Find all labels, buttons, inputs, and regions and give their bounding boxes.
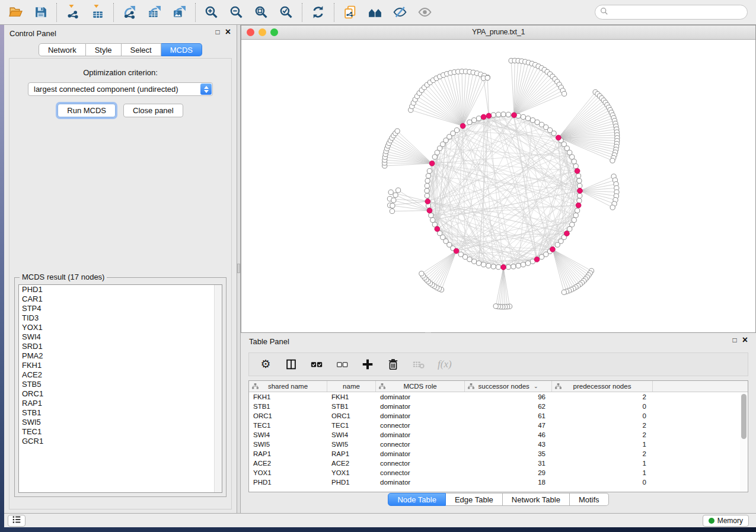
mcds-result-item[interactable]: TID3 xyxy=(19,313,222,323)
columns-button[interactable] xyxy=(285,357,298,372)
table-cell: 1 xyxy=(552,440,653,449)
tab-edge-table[interactable]: Edge Table xyxy=(446,493,503,506)
tab-network[interactable]: Network xyxy=(39,43,86,56)
hierarchy-icon xyxy=(468,383,474,390)
mcds-result-item[interactable]: STB5 xyxy=(19,380,222,389)
main-toolbar xyxy=(0,0,756,25)
column-header-mcds-role[interactable]: MCDS role xyxy=(376,381,465,392)
zoom-in-button[interactable] xyxy=(203,4,219,20)
export-image-button[interactable] xyxy=(171,4,187,20)
table-row[interactable]: SWI4SWI4dominator462 xyxy=(249,430,748,440)
mcds-result-item[interactable]: ACE2 xyxy=(19,370,222,380)
search-input[interactable] xyxy=(611,7,747,18)
export-network-icon xyxy=(122,5,137,20)
task-history-button[interactable] xyxy=(8,515,25,527)
close-panel-icon[interactable]: × xyxy=(225,28,231,36)
function-builder-button: f(x) xyxy=(438,357,452,372)
table-cell: 47 xyxy=(465,421,552,430)
mcds-result-item[interactable]: CAR1 xyxy=(19,294,222,304)
import-table-button[interactable] xyxy=(90,4,106,20)
export-table-button[interactable] xyxy=(146,4,162,20)
mcds-result-list[interactable]: PHD1CAR1STP4TID3YOX1SWI4SRD1PMA2FKH1ACE2… xyxy=(18,284,222,493)
settings-button[interactable]: ⚙ xyxy=(259,357,272,372)
mcds-result-item[interactable]: SWI5 xyxy=(19,418,222,427)
mcds-result-item[interactable]: FKH1 xyxy=(19,361,222,370)
memory-button[interactable]: Memory xyxy=(703,515,749,527)
table-cell: TEC1 xyxy=(327,421,376,430)
float-panel-icon[interactable]: □ xyxy=(215,28,219,36)
table-row[interactable]: SWI5SWI5connector431 xyxy=(249,440,748,449)
node-table: shared namenameMCDS rolesuccessor nodes⌄… xyxy=(248,380,748,492)
table-cell: YOX1 xyxy=(327,468,376,477)
export-network-button[interactable] xyxy=(122,4,138,20)
table-row[interactable]: ACE2ACE2connector311 xyxy=(249,459,748,468)
table-cell: 29 xyxy=(465,468,552,477)
show-all-button[interactable] xyxy=(417,4,433,20)
mcds-result-item[interactable]: RAP1 xyxy=(19,399,222,408)
table-row[interactable]: FKH1FKH1dominator962 xyxy=(249,392,748,402)
table-cell: RAP1 xyxy=(327,449,376,459)
table-row[interactable]: YOX1YOX1connector291 xyxy=(249,468,748,477)
tab-motifs[interactable]: Motifs xyxy=(570,493,609,506)
table-row[interactable]: PHD1PHD1dominator180 xyxy=(249,477,748,487)
close-table-panel-icon[interactable]: × xyxy=(742,336,748,344)
open-session-button[interactable] xyxy=(8,4,24,20)
mcds-result-item[interactable]: ORC1 xyxy=(19,389,222,399)
mcds-result-item[interactable]: GCR1 xyxy=(19,437,222,446)
column-header-successor-nodes[interactable]: successor nodes⌄ xyxy=(465,381,552,392)
deselect-all-button[interactable] xyxy=(336,357,349,372)
network-window-title: YPA_prune.txt_1 xyxy=(241,28,755,36)
network-titlebar[interactable]: YPA_prune.txt_1 xyxy=(241,25,755,40)
search-box[interactable] xyxy=(595,5,748,20)
table-panel-title: Table Panel xyxy=(249,337,289,346)
save-session-button[interactable] xyxy=(33,4,49,20)
tab-network-table[interactable]: Network Table xyxy=(503,493,570,506)
column-header-name[interactable]: name xyxy=(327,381,376,392)
mcds-result-item[interactable]: PHD1 xyxy=(19,285,222,294)
import-network-button[interactable] xyxy=(65,4,81,20)
mcds-result-item[interactable]: YOX1 xyxy=(19,323,222,332)
mcds-result-item[interactable]: SWI4 xyxy=(19,332,222,342)
control-panel-tabs: NetworkStyleSelectMCDS xyxy=(4,43,237,56)
table-row[interactable]: RAP1RAP1dominator352 xyxy=(249,449,748,459)
table-row[interactable]: TEC1TEC1connector472 xyxy=(249,421,748,430)
table-cell: STB1 xyxy=(327,402,376,411)
tab-mcds[interactable]: MCDS xyxy=(161,43,202,56)
table-cell: 31 xyxy=(465,459,552,468)
close-panel-button[interactable]: Close panel xyxy=(123,104,183,117)
open-session-icon xyxy=(8,5,23,20)
run-mcds-button[interactable]: Run MCDS xyxy=(58,104,116,117)
delete-row-button[interactable] xyxy=(387,357,400,372)
table-row[interactable]: STB1STB1dominator620 xyxy=(249,402,748,411)
table-scrollbar-thumb[interactable] xyxy=(741,394,747,439)
table-tabs: Node TableEdge TableNetwork TableMotifs xyxy=(241,493,756,506)
import-network-icon xyxy=(65,5,80,20)
mcds-result-item[interactable]: STP4 xyxy=(19,304,222,313)
mcds-result-item[interactable]: SRD1 xyxy=(19,342,222,351)
tab-select[interactable]: Select xyxy=(122,43,161,56)
tab-node-table[interactable]: Node Table xyxy=(388,493,446,506)
float-table-panel-icon[interactable]: □ xyxy=(732,336,736,344)
result-list-scrollbar[interactable] xyxy=(214,285,222,492)
zoom-fit-button[interactable] xyxy=(253,4,269,20)
network-canvas[interactable] xyxy=(241,40,755,333)
column-header-shared-name[interactable]: shared name xyxy=(249,381,327,392)
add-row-button[interactable] xyxy=(361,357,374,372)
table-scrollbar[interactable] xyxy=(740,393,747,491)
vertical-splitter-handle[interactable] xyxy=(237,264,240,273)
tab-style[interactable]: Style xyxy=(86,43,122,56)
mcds-result-item[interactable]: STB1 xyxy=(19,408,222,418)
table-row[interactable]: ORC1ORC1dominator610 xyxy=(249,411,748,421)
table-cell: 1 xyxy=(552,468,653,477)
zoom-out-button[interactable] xyxy=(228,4,244,20)
select-all-button[interactable] xyxy=(310,357,323,372)
refresh-network-button[interactable] xyxy=(310,4,326,20)
mcds-result-item[interactable]: PMA2 xyxy=(19,351,222,361)
hide-selected-button[interactable] xyxy=(392,4,408,20)
mcds-result-item[interactable]: TEC1 xyxy=(19,427,222,437)
first-neighbors-button[interactable] xyxy=(367,4,383,20)
zoom-selected-button[interactable] xyxy=(278,4,294,20)
duplicate-network-button[interactable] xyxy=(342,4,358,20)
optimization-dropdown[interactable]: largest connected component (undirected) xyxy=(28,82,213,96)
column-header-predecessor-nodes[interactable]: predecessor nodes xyxy=(552,381,653,392)
